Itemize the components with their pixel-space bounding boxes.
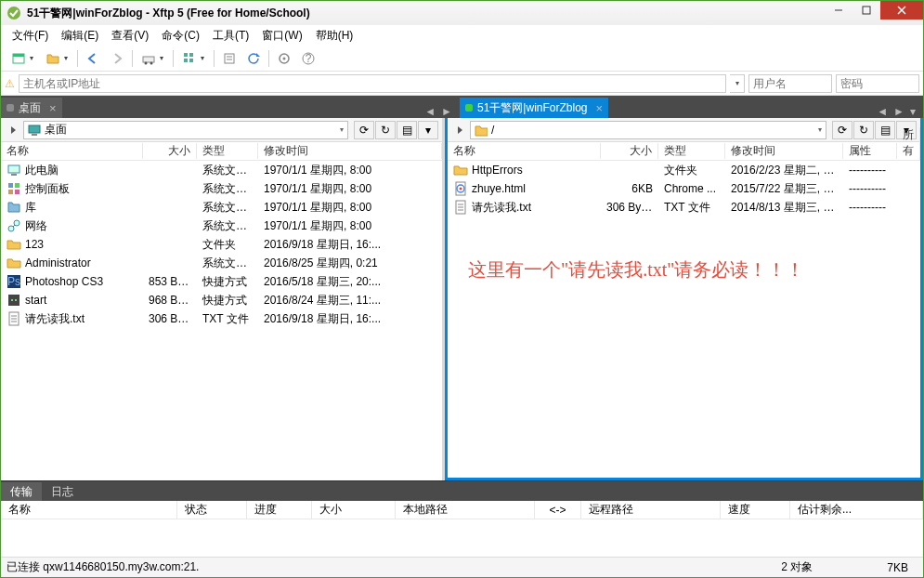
tcol-remotepath[interactable]: 远程路径	[581, 501, 721, 519]
file-row[interactable]: 网络系统文件夹1970/1/1 星期四, 8:00	[1, 217, 442, 235]
svg-rect-2	[863, 7, 870, 14]
file-row[interactable]: 控制面板系统文件夹1970/1/1 星期四, 8:00	[1, 179, 442, 198]
menu-edit[interactable]: 编辑(E)	[56, 26, 104, 46]
file-row[interactable]: HttpErrors文件夹2016/2/23 星期二, 4:00--------…	[448, 161, 920, 179]
remote-path-input[interactable]: / ▾	[470, 121, 826, 139]
col-date[interactable]: 修改时间	[725, 143, 843, 159]
tab-close-icon[interactable]: ×	[596, 101, 604, 115]
tab-remote[interactable]: 51干警网|winForZblog ×	[460, 98, 608, 118]
password-input[interactable]	[836, 74, 919, 93]
host-dropdown[interactable]: ▾	[730, 74, 745, 93]
back-button[interactable]	[82, 48, 104, 69]
file-row[interactable]: 请先读我.txt306 BytesTXT 文件2016/9/18 星期日, 16…	[1, 309, 442, 328]
view-mode-button[interactable]: ▾	[177, 47, 210, 70]
panels: 桌面 ▾ ⟳ ↻ ▤ ▾ 名称 大小 类型 修改时间 此电脑系统文件夹1970/…	[1, 118, 923, 480]
col-attr[interactable]: 属性	[843, 143, 897, 159]
open-button[interactable]: ▾	[41, 47, 73, 70]
nav-toggle-button[interactable]	[5, 122, 21, 138]
properties-button[interactable]	[218, 48, 241, 69]
file-row[interactable]: 123文件夹2016/9/18 星期日, 16:...	[1, 235, 442, 254]
file-icon	[7, 293, 21, 308]
col-size[interactable]: 大小	[601, 143, 658, 159]
svg-point-43	[460, 188, 462, 190]
tcol-name[interactable]: 名称	[1, 501, 177, 519]
tab-transfer[interactable]: 传输	[1, 482, 42, 501]
tcol-progress[interactable]: 进度	[247, 501, 312, 519]
svg-rect-11	[189, 53, 193, 57]
minimize-button[interactable]	[825, 1, 852, 20]
maximize-button[interactable]	[852, 1, 880, 20]
username-input[interactable]	[748, 74, 832, 93]
file-date: 2016/8/24 星期三, 11:...	[258, 293, 442, 309]
col-name[interactable]: 名称	[1, 143, 143, 159]
host-input[interactable]	[19, 74, 726, 93]
tcol-localpath[interactable]: 本地路径	[396, 501, 535, 519]
forward-button[interactable]	[106, 48, 128, 69]
file-icon	[453, 163, 468, 177]
tcol-remain[interactable]: 估计剩余...	[790, 501, 923, 519]
status-text: 已连接 qxw1146680150.my3w.com:21.	[7, 559, 199, 575]
new-session-button[interactable]: ▾	[7, 47, 39, 70]
file-size: 6KB	[601, 182, 658, 195]
refresh-button[interactable]: ↻	[853, 121, 874, 139]
local-file-list[interactable]: 此电脑系统文件夹1970/1/1 星期四, 8:00控制面板系统文件夹1970/…	[1, 161, 442, 480]
tcol-dir[interactable]: <->	[535, 501, 581, 519]
svg-point-18	[283, 57, 286, 59]
tcol-status[interactable]: 状态	[177, 501, 247, 519]
col-date[interactable]: 修改时间	[258, 143, 442, 159]
file-row[interactable]: start968 Bytes快捷方式2016/8/24 星期三, 11:...	[1, 291, 442, 309]
status-objects: 2 对象	[781, 559, 813, 575]
col-name[interactable]: 名称	[448, 143, 601, 159]
help-button[interactable]: ?	[297, 48, 319, 69]
file-name: 请先读我.txt	[25, 311, 85, 327]
tab-dd-icon[interactable]: ▾	[910, 105, 916, 118]
close-button[interactable]	[880, 1, 923, 20]
file-icon	[7, 311, 21, 326]
window-title: 51干警网|winForZblog - Xftp 5 (Free for Hom…	[27, 6, 310, 21]
file-icon	[7, 218, 21, 233]
col-size[interactable]: 大小	[143, 143, 197, 159]
list-button[interactable]: ▤	[397, 121, 417, 139]
file-date: 2014/8/13 星期三, 17:...	[725, 200, 843, 216]
nav-toggle-button[interactable]	[451, 122, 468, 138]
file-row[interactable]: 此电脑系统文件夹1970/1/1 星期四, 8:00	[1, 161, 442, 179]
tab-prev-icon[interactable]: ◄	[877, 105, 888, 118]
tab-local[interactable]: 桌面 ×	[1, 98, 62, 118]
file-name: Photoshop CS3	[25, 275, 103, 288]
file-date: 1970/1/1 星期四, 8:00	[258, 181, 442, 197]
up-button[interactable]: ⟳	[354, 121, 374, 139]
file-row[interactable]: Administrator系统文件夹2016/8/25 星期四, 0:21	[1, 254, 442, 272]
tab-prev-icon[interactable]: ◄	[424, 105, 436, 118]
file-row[interactable]: 库系统文件夹1970/1/1 星期四, 8:00	[1, 198, 442, 217]
settings-button[interactable]	[273, 48, 295, 69]
file-icon	[7, 237, 21, 252]
transfer-button[interactable]: ▾	[137, 47, 169, 70]
tab-close-icon[interactable]: ×	[49, 101, 57, 115]
tab-next-icon[interactable]: ►	[893, 105, 904, 118]
refresh-button[interactable]: ↻	[375, 121, 396, 139]
col-type[interactable]: 类型	[197, 143, 258, 159]
list-button[interactable]: ▤	[875, 121, 895, 139]
menu-file[interactable]: 文件(F)	[7, 26, 54, 46]
local-path-input[interactable]: 桌面 ▾	[23, 121, 348, 139]
file-row[interactable]: PsPhotoshop CS3853 Bytes快捷方式2016/5/18 星期…	[1, 272, 442, 291]
refresh-button[interactable]	[242, 48, 265, 69]
menu-window[interactable]: 窗口(W)	[256, 26, 307, 46]
up-button[interactable]: ⟳	[832, 121, 852, 139]
svg-point-8	[145, 61, 148, 64]
remote-file-list[interactable]: HttpErrors文件夹2016/2/23 星期二, 4:00--------…	[448, 161, 920, 478]
col-type[interactable]: 类型	[658, 143, 725, 159]
tab-next-icon[interactable]: ►	[441, 105, 452, 118]
menu-help[interactable]: 帮助(H)	[310, 26, 359, 46]
tcol-size[interactable]: 大小	[312, 501, 396, 519]
menu-tools[interactable]: 工具(T)	[207, 26, 254, 46]
tab-log[interactable]: 日志	[42, 482, 83, 501]
tcol-speed[interactable]: 速度	[721, 501, 790, 519]
menu-view[interactable]: 查看(V)	[106, 26, 154, 46]
file-row[interactable]: 请先读我.txt306 BytesTXT 文件2014/8/13 星期三, 17…	[448, 198, 920, 217]
menu-command[interactable]: 命令(C)	[156, 26, 205, 46]
options-button[interactable]: ▾	[418, 121, 438, 139]
file-date: 2016/5/18 星期三, 20:...	[258, 274, 442, 290]
transfer-list[interactable]	[1, 519, 923, 557]
file-row[interactable]: zhuye.html6KBChrome ...2015/7/22 星期三, 11…	[448, 179, 920, 198]
